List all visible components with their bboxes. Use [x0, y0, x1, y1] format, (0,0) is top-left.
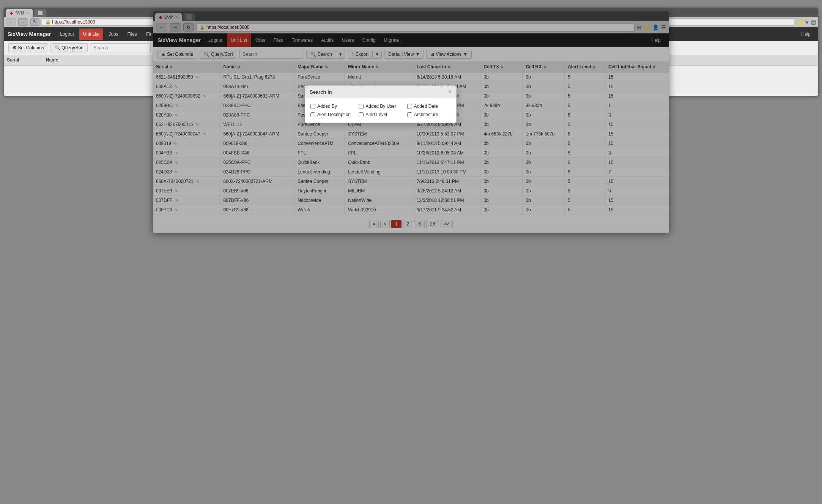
checkbox-grid: Added ByAdded By UserAdded DateAlert Des…	[310, 104, 451, 117]
modal-body: Added ByAdded By UserAdded DateAlert Des…	[305, 98, 456, 123]
search-in-modal: Search In × Added ByAdded By UserAdded D…	[305, 85, 457, 123]
modal-header: Search In ×	[305, 86, 456, 98]
modal-overlay: Search In × Added ByAdded By UserAdded D…	[153, 11, 669, 233]
checkbox-item: Alert Description	[310, 112, 354, 117]
checkbox-added-date[interactable]	[407, 104, 412, 109]
checkbox-alert-level[interactable]	[359, 112, 364, 117]
checkbox-item: Architecture	[407, 112, 451, 117]
checkbox-item: Added Date	[407, 104, 451, 109]
checkbox-added-by[interactable]	[310, 104, 315, 109]
checkbox-added-by-user[interactable]	[359, 104, 364, 109]
checkbox-item: Added By User	[359, 104, 402, 109]
checkbox-alert-description[interactable]	[310, 112, 315, 117]
checkbox-item: Alert Level	[359, 112, 402, 117]
modal-close-button[interactable]: ×	[448, 89, 452, 95]
checkbox-item: Added By	[310, 104, 354, 109]
modal-title: Search In	[310, 89, 332, 95]
checkbox-architecture[interactable]	[407, 112, 412, 117]
